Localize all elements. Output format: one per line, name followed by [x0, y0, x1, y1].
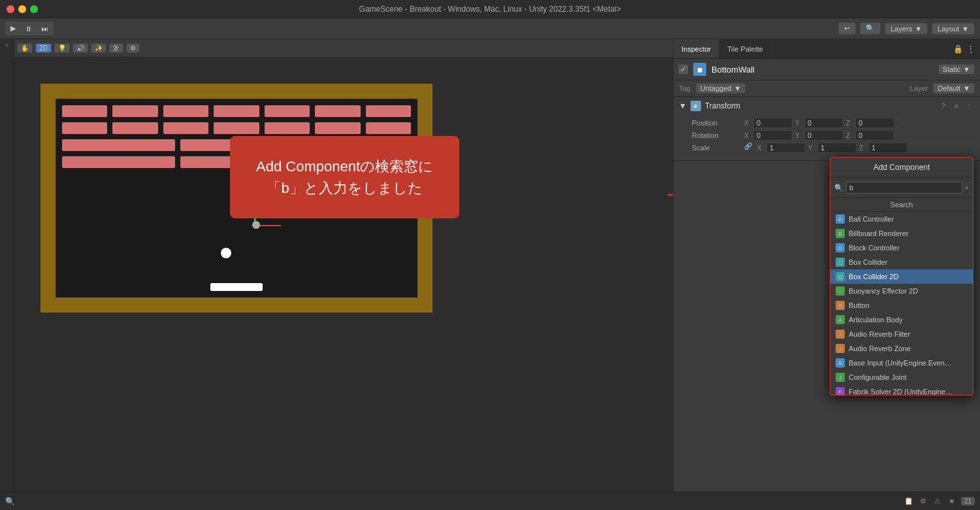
brick-row-2 — [62, 122, 411, 134]
rot-y-input[interactable]: 0 — [804, 130, 843, 141]
search-icon: 🔍 — [834, 184, 843, 192]
fx-toggle-button[interactable]: ✨ — [91, 43, 106, 53]
add-component-title: Add Component — [830, 158, 973, 178]
component-list-item[interactable]: ~Buoyancy Effector 2D — [830, 284, 973, 298]
annotation-arrow — [661, 188, 673, 228]
transform-label: Transform — [705, 101, 934, 110]
x-axis-label: X — [744, 120, 752, 127]
object-name: BottomWall — [711, 65, 933, 75]
static-dropdown[interactable]: Static ▼ — [938, 64, 975, 75]
component-list-item[interactable]: ♪Audio Reverb Zone — [830, 341, 973, 356]
sidebar-handle: ≡ — [5, 42, 8, 48]
component-list-item[interactable]: ◻Box Collider — [830, 255, 973, 269]
tag-dropdown[interactable]: Untagged ▼ — [696, 83, 746, 94]
tab-tile-palette[interactable]: Tile Palette — [719, 39, 772, 58]
ball — [221, 248, 231, 258]
rot-z-input[interactable]: 0 — [855, 130, 894, 141]
tag-layer-row: Tag Untagged ▼ Layer Default ▼ — [674, 80, 980, 97]
component-list-item[interactable]: AArticulation Body — [830, 313, 973, 327]
search-clear-button[interactable]: × — [965, 184, 969, 192]
scale-y-input[interactable]: 1 — [817, 143, 857, 153]
pos-z-input[interactable]: 0 — [855, 118, 894, 128]
window-controls — [7, 5, 38, 13]
toolbar: ▶ ⏸ ⏭ ↩ 🔍 Layers ▼ Layout ▼ — [0, 18, 980, 39]
maximize-button[interactable] — [30, 5, 38, 13]
history-button[interactable]: ↩ — [838, 22, 856, 35]
audio-toggle-button[interactable]: 🔊 — [73, 43, 88, 53]
tab-inspector[interactable]: Inspector — [674, 39, 719, 58]
position-row: Position X 0 Y 0 Z 0 — [692, 118, 975, 128]
component-list-name: Base Input (UnityEngine.EventSyst… — [849, 359, 953, 367]
bottom-icon-2[interactable]: ⚙ — [918, 496, 928, 507]
layout-dropdown[interactable]: Layout ▼ — [932, 23, 975, 35]
transform-more-button[interactable]: ⋮ — [964, 101, 975, 111]
close-button[interactable] — [7, 5, 14, 13]
layers-dropdown[interactable]: Layers ▼ — [885, 23, 928, 35]
scene-canvas[interactable]: Add Componentの検索窓に 「b」と入力をしました — [14, 58, 673, 492]
component-list-item[interactable]: BBlock Controller — [830, 241, 973, 255]
bottom-icon-3[interactable]: ⚠ — [932, 496, 943, 507]
brick — [112, 122, 157, 134]
component-list-item[interactable]: ⊙Button — [830, 298, 973, 313]
component-list-icon: ⊙ — [836, 301, 845, 310]
rx-axis-label: X — [744, 132, 752, 139]
position-fields: X 0 Y 0 Z 0 — [744, 118, 975, 128]
component-search-input[interactable]: b — [846, 182, 962, 194]
scale-x-input[interactable]: 1 — [766, 143, 806, 153]
transform-help-button[interactable]: ? — [938, 101, 949, 111]
light-toggle-button[interactable]: 💡 — [54, 43, 70, 53]
gizmos-button[interactable]: ⚙ — [126, 43, 140, 53]
rot-y-group: Y 0 — [795, 130, 843, 141]
2d-toggle-button[interactable]: 2D — [35, 43, 52, 53]
component-list-icon: B — [836, 243, 845, 252]
layer-dropdown[interactable]: Default ▼ — [933, 83, 975, 94]
step-button[interactable]: ⏭ — [37, 23, 52, 34]
pos-y-group: Y 0 — [795, 118, 843, 128]
component-list-item[interactable]: ♪Audio Reverb Filter — [830, 327, 973, 341]
brick — [315, 122, 360, 134]
component-list-item[interactable]: ◻Box Collider 2D — [830, 269, 973, 284]
brick — [112, 105, 157, 117]
component-list-icon: J — [836, 373, 845, 382]
rot-x-input[interactable]: 0 — [753, 130, 792, 141]
scale-row: Scale 🔗 X 1 Y 1 Z 1 — [692, 143, 975, 153]
pos-y-input[interactable]: 0 — [804, 118, 843, 128]
rotation-fields: X 0 Y 0 Z 0 — [744, 130, 975, 141]
rotation-row: Rotation X 0 Y 0 Z 0 — [692, 130, 975, 141]
bottom-icon-4[interactable]: ★ — [947, 496, 957, 507]
more-icon[interactable]: ⋮ — [967, 44, 975, 54]
z-axis-label: Z — [846, 120, 854, 127]
component-list-item[interactable]: BBall Controller — [830, 212, 973, 226]
search-bottom-icon[interactable]: 🔍 — [5, 497, 15, 506]
inspector-panel: Inspector Tile Palette 🔒 ⋮ ✓ ◼ BottomWal… — [673, 39, 980, 510]
component-list-name: Box Collider 2D — [849, 273, 953, 280]
component-list-item[interactable]: BBase Input (UnityEngine.EventSyst… — [830, 356, 973, 370]
lock-icon[interactable]: 🔒 — [953, 44, 963, 54]
component-list-name: Ball Controller — [849, 215, 953, 223]
component-list-item[interactable]: FFabrik Solver 2D (UnityEngine.U2D… — [830, 384, 973, 395]
scene-view: ✋ 2D 💡 🔊 ✨ 🌫 ⚙ — [14, 39, 673, 510]
pause-button[interactable]: ⏸ — [21, 23, 36, 34]
rz-axis-label: Z — [846, 132, 854, 139]
minimize-button[interactable] — [18, 5, 26, 13]
pos-x-input[interactable]: 0 — [753, 118, 792, 128]
transform-body: Position X 0 Y 0 Z 0 — [674, 115, 980, 160]
tag-label: Tag — [679, 84, 691, 92]
bottom-icon-1[interactable]: 📋 — [904, 496, 914, 507]
transform-component-header[interactable]: ▼ ⊕ Transform ? ≡ ⋮ — [674, 97, 980, 115]
search-button[interactable]: 🔍 — [860, 22, 881, 35]
hand-tool-button[interactable]: ✋ — [17, 43, 33, 53]
play-button[interactable]: ▶ — [7, 23, 20, 34]
component-list-name: Block Controller — [849, 244, 953, 252]
scale-z-input[interactable]: 1 — [868, 143, 907, 153]
object-active-checkbox[interactable]: ✓ — [679, 65, 688, 74]
component-list-item[interactable]: BBillboard Renderer — [830, 226, 973, 241]
brick — [214, 122, 259, 134]
layout-label: Layout — [938, 25, 959, 33]
skybox-toggle-button[interactable]: 🌫 — [109, 43, 123, 53]
component-list-item[interactable]: JConfigurable Joint — [830, 370, 973, 384]
transform-settings-button[interactable]: ≡ — [951, 101, 962, 111]
component-list-icon: ~ — [836, 286, 845, 296]
component-list-icon: ◻ — [836, 272, 845, 281]
rotation-label: Rotation — [692, 131, 744, 139]
